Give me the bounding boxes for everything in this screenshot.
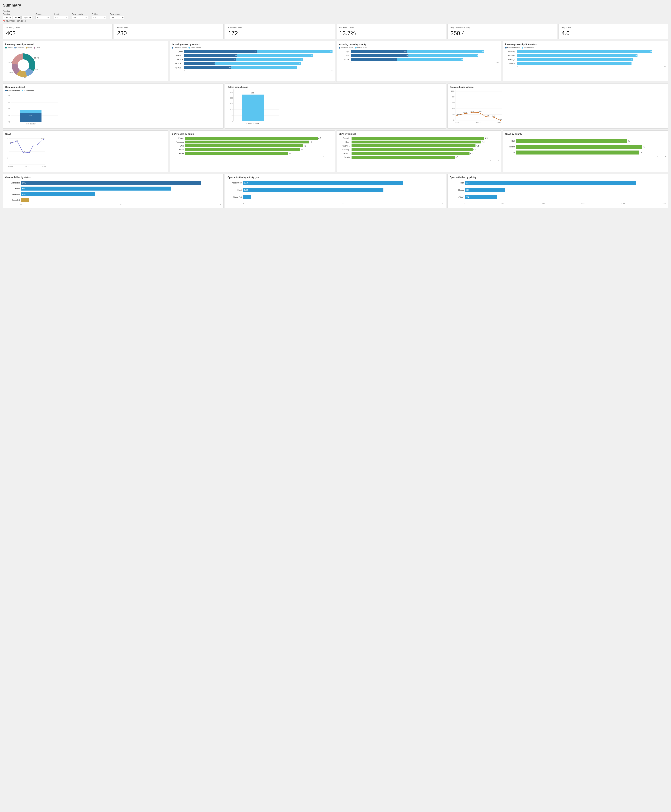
origin-web-val: 4.0	[304, 145, 306, 147]
active-dot-sla	[522, 47, 523, 49]
bar-row-low: Low 62 75	[339, 54, 499, 57]
agent-select[interactable]: All	[54, 16, 68, 19]
open-activity-axis: 0K 1K 2K	[227, 202, 443, 204]
incoming-by-sla-title: Incoming cases by SLA status	[505, 43, 666, 46]
subj-service-row: Service 3.5	[339, 156, 499, 159]
svg-text:19.4%: 19.4%	[22, 76, 26, 78]
svg-text:0: 0	[232, 120, 233, 122]
subj-query-row: Query 4.4	[339, 141, 499, 143]
svg-text:26.9%: 26.9%	[477, 110, 482, 112]
origin-web-label: Web	[172, 145, 184, 147]
svg-text:0: 0	[9, 122, 10, 124]
svg-text:300: 300	[8, 108, 10, 110]
subj-servicep-label: Service|...	[339, 149, 351, 151]
openprio-normal-track: 508	[465, 188, 666, 192]
date-range-text: 10/3/2019 - 11/1/2019	[6, 20, 26, 22]
case-priority-select[interactable]: All	[72, 16, 88, 19]
kpi-escalated-value: 13.7%	[339, 30, 443, 37]
duration-filter: Duration	[3, 10, 12, 12]
duration-preset-select[interactable]: Last	[3, 16, 12, 19]
kpi-incoming: Incoming cases 402	[3, 24, 112, 39]
incoming-by-channel-legend: Twitter Facebook Web Email	[5, 47, 166, 49]
origin-web-row: Web 4.0	[172, 144, 332, 147]
openprio-blank-track: 391	[465, 195, 666, 199]
duration-label: Duration	[3, 10, 10, 12]
subj-default-track: 4.0	[351, 152, 499, 155]
escalated-volume-title: Escalated case volume	[450, 86, 666, 88]
csat-by-subject-card: CSAT by subject Query|l... 4.5 Query 4.4	[336, 131, 502, 172]
resolved-bar-vol	[20, 113, 41, 122]
act-appointment-val: 1.6K	[244, 182, 248, 184]
case-priority-col: Case priority All	[72, 13, 88, 19]
bar-track-high: 60 83	[351, 50, 499, 53]
bar-label-default: Default ...	[172, 54, 183, 56]
page-container: Summary Duration Duration Last 30 Days Q…	[0, 0, 671, 812]
bar-resolved-query: 37	[184, 50, 257, 53]
kpi-resolved-value: 172	[228, 30, 332, 37]
axis-2500-openprio: 2,500	[662, 202, 666, 204]
subj-service-label: Service	[339, 156, 351, 158]
origin-email-label: Email	[172, 153, 184, 155]
bar-active-service2: 41	[215, 62, 301, 65]
svg-text:50: 50	[231, 114, 233, 116]
incoming-by-sla-chart: Nearing... 64 Succeed... 57 In Progr... …	[505, 50, 666, 68]
bar-active-high: 83	[407, 50, 484, 53]
openprio-blank-label: (Blank)	[450, 196, 464, 198]
csat-by-subject-title: CSAT by subject	[339, 133, 499, 135]
active-dot-prio	[355, 47, 357, 49]
queue-select[interactable]: All	[36, 16, 50, 19]
axis-4-origin: 4	[331, 156, 332, 158]
case-status-select[interactable]: All	[110, 16, 124, 19]
twitter-label: Twitter	[7, 47, 12, 49]
subject-select[interactable]: All	[92, 16, 106, 19]
prio-high-label: High	[505, 140, 515, 142]
charts-row3: CSAT 5 4 3 2 1	[3, 131, 668, 172]
dot4	[478, 112, 479, 113]
prio-normal-bar	[516, 145, 642, 149]
bar-label-queryl: Query|l...	[172, 66, 183, 68]
subj-service-val: 3.5	[456, 156, 458, 158]
duration-value-select[interactable]: 30	[13, 16, 20, 19]
bar-active-normal: 72	[397, 58, 463, 61]
resolved-dot-prio	[339, 47, 340, 49]
svg-text:20%: 20%	[452, 114, 455, 115]
duration-unit-select[interactable]: Days	[21, 16, 32, 19]
axis-4-subj: 4	[498, 160, 499, 161]
incoming-by-priority-axis: 0 100	[339, 62, 499, 64]
act-completed-bar: 3.6K	[21, 181, 201, 185]
origin-phone-val: 4.5	[318, 137, 321, 139]
origin-email-bar	[185, 152, 288, 155]
legend-resolved-subj: Resolved cases	[172, 47, 187, 49]
bar-label-inprogr: In Progr...	[505, 58, 516, 61]
svg-text:250: 250	[230, 91, 233, 93]
bar-active-nearing: 64	[517, 50, 652, 53]
bar-label-nonco: Nonco...	[505, 63, 516, 65]
bar-active-default: 36	[237, 54, 313, 57]
csat-title: CSAT	[5, 133, 166, 135]
csat-by-priority-chart: High 3.7 Normal 4.2 Low	[505, 139, 666, 158]
incoming-by-priority-title: Incoming cases by priority	[339, 43, 499, 46]
bar-track-nonco: 54	[517, 62, 666, 65]
kpi-csat-label: Avg. CSAT	[562, 26, 665, 29]
bar-row-normal: Normal 50 72	[339, 58, 499, 61]
svg-text:26.3%: 26.3%	[470, 111, 474, 112]
prio-low-val: 4.1	[640, 151, 642, 154]
incoming-by-channel-title: Incoming cases by channel	[5, 43, 166, 46]
act-open-bar: 3.0K	[21, 187, 171, 190]
csat-by-origin-card: CSAT score by origin Phone 4.5 Facebook …	[170, 131, 335, 172]
filters-bar: Duration	[3, 10, 668, 12]
origin-axis: 2 4	[172, 156, 332, 158]
openprio-high-val: 2134	[467, 182, 470, 184]
act-phonecall-row: Phone Call	[227, 195, 443, 199]
bar-label-low: Low	[339, 54, 349, 56]
bar-track-service2: 15 41	[184, 62, 332, 65]
act-open-track: 3.0K	[21, 187, 221, 190]
kpi-row: Incoming cases 402 Active cases 230 Reso…	[3, 24, 668, 39]
svg-text:500: 500	[8, 95, 10, 97]
prio-normal-row: Normal 4.2	[505, 145, 666, 149]
open-by-priority-card: Open activities by priotity High 2134 No…	[447, 174, 668, 208]
bar-val-succeed: 57	[634, 54, 637, 56]
incoming-by-sla-axis: 0 50	[505, 66, 666, 68]
openprio-normal-row: Normal 508	[450, 188, 666, 192]
kpi-active: Active cases 230	[114, 24, 224, 39]
